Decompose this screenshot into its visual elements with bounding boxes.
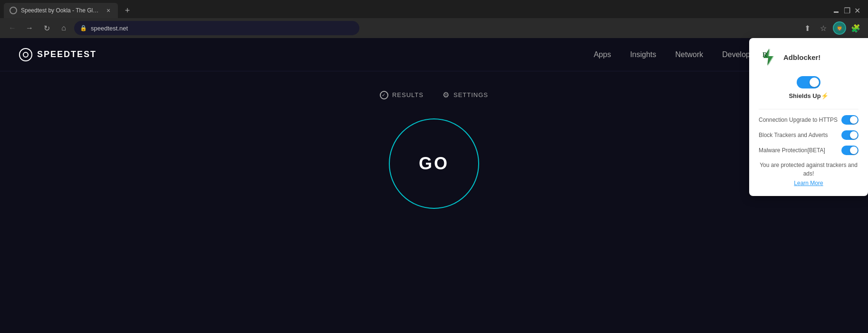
- window-controls: 🗕 ❐ ✕: [832, 6, 864, 15]
- main-shield-toggle[interactable]: [797, 76, 820, 88]
- go-button-container: GO: [389, 118, 479, 209]
- logo-text: SPEEDTEST: [37, 49, 96, 59]
- lion-icon: 🦁: [836, 25, 843, 31]
- refresh-button[interactable]: ↻: [40, 21, 53, 35]
- address-bar[interactable]: 🔒 speedtest.net: [74, 21, 359, 35]
- minimize-button[interactable]: 🗕: [832, 6, 840, 15]
- extension-popup: R Adblocker! Shields Up⚡ Connection Upgr…: [749, 38, 868, 196]
- https-setting-label: Connection Upgrade to HTTPS: [759, 117, 841, 123]
- speedtest-main: ✓ RESULTS ⚙ SETTINGS GO: [0, 71, 868, 209]
- nav-apps[interactable]: Apps: [594, 50, 611, 59]
- settings-label: SETTINGS: [453, 91, 488, 98]
- tab-title: Speedtest by Ookla - The Global...: [21, 7, 101, 14]
- url-display: speedtest.net: [91, 25, 128, 32]
- nav-actions: ⬆ ☆ 🦁 🧩: [800, 21, 862, 35]
- nav-insights[interactable]: Insights: [630, 50, 656, 59]
- trackers-toggle[interactable]: [841, 130, 858, 140]
- https-toggle[interactable]: [841, 115, 858, 125]
- results-control[interactable]: ✓ RESULTS: [380, 90, 424, 99]
- tab-favicon: [10, 7, 17, 14]
- tab-bar: Speedtest by Ookla - The Global... × + 🗕…: [0, 0, 868, 18]
- speedtest-logo: SPEEDTEST: [19, 48, 96, 61]
- malware-toggle[interactable]: [841, 146, 858, 155]
- new-tab-button[interactable]: +: [121, 4, 134, 17]
- share-icon: ⬆: [804, 24, 810, 33]
- nav-network[interactable]: Network: [675, 50, 704, 59]
- extensions-button[interactable]: 🧩: [849, 21, 862, 35]
- logo-icon: [19, 48, 32, 61]
- lightning-icon: ⚡: [821, 92, 829, 99]
- svg-text:R: R: [762, 51, 768, 59]
- trackers-setting-label: Block Trackers and Adverts: [759, 132, 841, 138]
- results-label: RESULTS: [392, 91, 424, 98]
- home-button[interactable]: ⌂: [57, 21, 70, 35]
- go-text: GO: [419, 154, 449, 174]
- malware-setting-label: Malware Protection[BETA]: [759, 147, 841, 154]
- shields-up-text: Shields Up⚡: [759, 92, 858, 99]
- bookmark-button[interactable]: ☆: [817, 21, 830, 35]
- bookmark-icon: ☆: [820, 24, 827, 33]
- check-icon: ✓: [380, 91, 388, 99]
- malware-setting-row: Malware Protection[BETA]: [759, 146, 858, 155]
- navigation-bar: ← → ↻ ⌂ 🔒 speedtest.net ⬆ ☆ 🦁 🧩: [0, 18, 868, 38]
- page-content: SPEEDTEST Apps Insights Network Develope…: [0, 38, 868, 333]
- extensions-icon: 🧩: [851, 24, 860, 33]
- controls-row: ✓ RESULTS ⚙ SETTINGS: [380, 90, 488, 99]
- protection-status-text: You are protected against trackers and a…: [759, 161, 858, 178]
- close-button[interactable]: ✕: [854, 6, 860, 15]
- adblocker-logo-icon: R: [759, 48, 778, 67]
- trackers-setting-row: Block Trackers and Adverts: [759, 130, 858, 140]
- popup-logo: R: [759, 48, 778, 67]
- maximize-button[interactable]: ❐: [844, 6, 850, 15]
- divider-1: [759, 109, 858, 109]
- main-toggle-row: [759, 76, 858, 88]
- learn-more-link[interactable]: Learn More: [759, 180, 858, 186]
- svg-text:🦁: 🦁: [837, 25, 843, 31]
- popup-title: Adblocker!: [783, 53, 820, 61]
- active-tab[interactable]: Speedtest by Ookla - The Global... ×: [4, 3, 118, 18]
- adblocker-extension-button[interactable]: 🦁: [833, 21, 846, 35]
- speedtest-header: SPEEDTEST Apps Insights Network Develope…: [0, 38, 868, 71]
- share-button[interactable]: ⬆: [800, 21, 814, 35]
- forward-button[interactable]: →: [23, 21, 36, 35]
- go-button[interactable]: GO: [389, 118, 479, 209]
- gear-icon: ⚙: [443, 90, 450, 99]
- tab-close-button[interactable]: ×: [105, 7, 112, 14]
- settings-control[interactable]: ⚙ SETTINGS: [443, 90, 488, 99]
- back-button[interactable]: ←: [6, 21, 19, 35]
- https-setting-row: Connection Upgrade to HTTPS: [759, 115, 858, 125]
- lock-icon: 🔒: [80, 25, 87, 31]
- popup-header: R Adblocker!: [759, 48, 858, 67]
